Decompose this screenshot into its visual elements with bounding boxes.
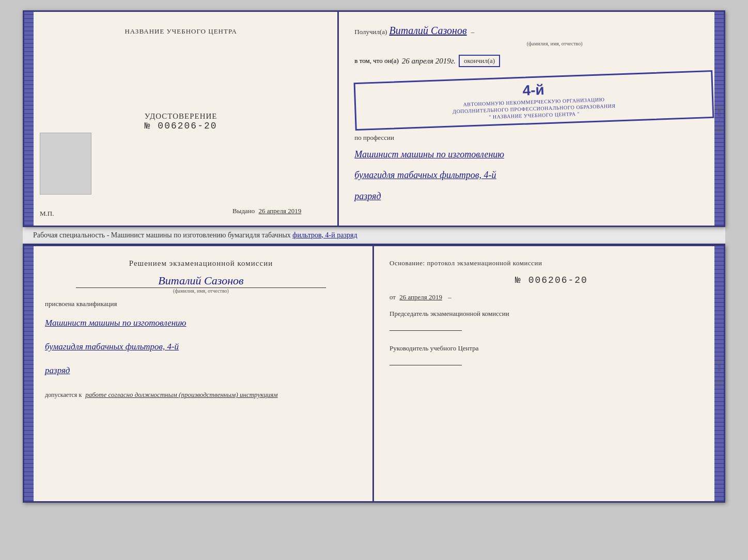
vydano-label: Выдано: [232, 207, 255, 215]
vtom-row: в том, что он(а) 26 апреля 2019г. окончи…: [354, 55, 713, 67]
mark-text-i: и: [713, 110, 723, 113]
bottom-mark-dash-1: [715, 361, 722, 361]
okanchil-box: окончил(а): [459, 55, 500, 67]
photo-placeholder: [40, 133, 91, 195]
info-strip: Рабочая специальность - Машинист машины …: [23, 227, 725, 245]
mark-dash-1: [715, 106, 722, 106]
profession-line1: Машинист машины по изготовлению: [354, 146, 713, 163]
mark-dash-6: [715, 131, 722, 132]
center-title: НАЗВАНИЕ УЧЕБНОГО ЦЕНТРА: [124, 27, 237, 36]
udostoverenie-section: УДОСТОВЕРЕНИЕ № 006206-20: [145, 112, 217, 131]
diploma-book-bottom: Решением экзаменационной комиссии Витали…: [23, 245, 725, 503]
diploma-book-top: НАЗВАНИЕ УЧЕБНОГО ЦЕНТРА УДОСТОВЕРЕНИЕ №…: [23, 10, 725, 227]
vtom-date: 26 апреля 2019г.: [402, 57, 456, 66]
ot-date-value: 26 апреля 2019: [399, 293, 442, 301]
mark-dash-4: [715, 127, 722, 127]
bottom-name-block: Виталий Сазонов (фамилия, имя, отчество): [45, 274, 357, 294]
bottom-left-page: Решением экзаменационной комиссии Витали…: [24, 246, 374, 501]
dopuskaetsya-line: допускается к работе согласно должностны…: [45, 391, 357, 399]
info-strip-prefix: Рабочая специальность - Машинист машины …: [33, 231, 291, 239]
rukovoditel-sig-line: [389, 355, 462, 365]
bottom-prof-2: бумагидля табачных фильтров, 4-й: [45, 338, 357, 356]
po-professii-label: по профессии: [354, 134, 713, 142]
dopuskaetsya-prefix: допускается к: [45, 391, 82, 398]
udostoverenie-label: УДОСТОВЕРЕНИЕ: [145, 112, 217, 121]
predsedatel-sig-line: [389, 321, 462, 331]
bottom-prof-1: Машинист машины по изготовлению: [45, 314, 357, 332]
dash1: –: [471, 28, 475, 36]
document-wrapper: НАЗВАНИЕ УЧЕБНОГО ЦЕНТРА УДОСТОВЕРЕНИЕ №…: [23, 10, 725, 503]
recipient-name: Виталий Сазонов: [389, 25, 466, 37]
rukovoditel-block: Руководитель учебного Центра: [389, 344, 713, 365]
bottom-mark-dash-4: [715, 382, 722, 382]
profession-line2: бумагидля табачных фильтров, 4-й: [354, 167, 713, 183]
osnovaniye-text: Основание: протокол экзаменационной коми…: [389, 259, 713, 267]
bottom-mark-dash-2: [715, 363, 722, 363]
bottom-mark-text-arrow: ←: [713, 373, 723, 378]
bottom-mark-text-i: и: [713, 365, 723, 367]
bottom-mark-dash-3: [715, 380, 722, 380]
bottom-mark-dash-6: [715, 386, 722, 387]
bottom-mark-text-a: а: [713, 369, 723, 371]
bottom-prof-3: разряд: [45, 362, 357, 379]
protocol-number: № 006206-20: [389, 275, 713, 285]
mark-dash-2: [715, 108, 722, 108]
poluchil-line: Получил(а) Виталий Сазонов –: [354, 25, 713, 37]
recipient-fio-label: (фамилия, имя, отчество): [396, 41, 713, 46]
prisvoyena-label: присвоена квалификация: [45, 300, 357, 308]
bottom-name: Виталий Сазонов: [45, 274, 357, 287]
mp-label: М.П.: [40, 210, 54, 218]
vydano-date: 26 апреля 2019: [259, 207, 302, 215]
profession-line3: разряд: [354, 188, 713, 204]
ot-prefix: от: [389, 293, 396, 301]
poluchil-prefix: Получил(а): [354, 28, 387, 36]
predsedatel-label: Председатель экзаменационной комиссии: [389, 309, 713, 318]
diploma-right-page: Получил(а) Виталий Сазонов – (фамилия, и…: [339, 12, 724, 226]
page-binding-left: [24, 12, 34, 226]
mark-text-a: а: [713, 114, 723, 116]
info-strip-underlined: фильтров, 4-й разряд: [292, 231, 357, 239]
ot-date-line: от 26 апреля 2019 –: [389, 293, 713, 301]
rukovoditel-label: Руководитель учебного Центра: [389, 344, 713, 353]
predsedatel-block: Председатель экзаменационной комиссии: [389, 309, 713, 331]
vydano-line: Выдано 26 апреля 2019: [232, 207, 301, 215]
bottom-right-page: Основание: протокол экзаменационной коми…: [374, 246, 724, 501]
resheniem-title: Решением экзаменационной комиссии: [45, 259, 357, 268]
bottom-page-binding-left: [24, 246, 34, 501]
mark-text-arrow: ←: [713, 118, 723, 123]
dash-right: –: [448, 293, 451, 301]
bottom-fio-label: (фамилия, имя, отчество): [45, 288, 357, 294]
bottom-right-side-marks: и а ←: [713, 246, 724, 501]
mark-dash-5: [715, 129, 722, 130]
stamp-block: 4-й АВТОНОМНУЮ НЕКОММЕРЧЕСКУЮ ОРГАНИЗАЦИ…: [354, 70, 714, 131]
bottom-mark-dash-5: [715, 384, 722, 385]
udostoverenie-number: № 006206-20: [145, 121, 217, 131]
dopuskaetsya-value: работе согласно должностным (производств…: [85, 391, 277, 398]
diploma-left-page: НАЗВАНИЕ УЧЕБНОГО ЦЕНТРА УДОСТОВЕРЕНИЕ №…: [24, 12, 339, 226]
vtom-prefix: в том, что он(а): [354, 57, 399, 65]
mark-dash-3: [715, 125, 722, 125]
right-side-marks: и а ←: [713, 12, 724, 226]
